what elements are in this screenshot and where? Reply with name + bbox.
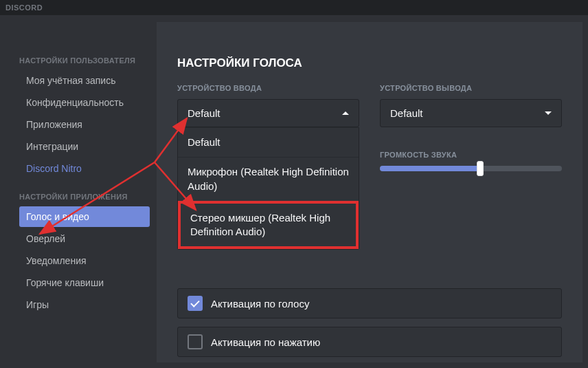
activation-push-label: Активация по нажатию: [211, 336, 320, 348]
checkbox-push[interactable]: [188, 334, 203, 349]
dropdown-option-default[interactable]: Default: [178, 127, 359, 157]
output-volume-slider[interactable]: [380, 166, 562, 171]
input-device-value: Default: [188, 107, 220, 119]
sidebar-item-voice-video[interactable]: Голос и видео: [19, 206, 150, 227]
caret-up-icon: [342, 111, 349, 115]
dropdown-option-microphone[interactable]: Микрофон (Realtek High Definition Audio): [178, 157, 359, 201]
input-device-select[interactable]: Default: [177, 99, 359, 127]
activation-voice-label: Активация по голосу: [211, 298, 309, 310]
sidebar-item-privacy[interactable]: Конфиденциальность: [19, 92, 150, 113]
sidebar-item-games[interactable]: Игры: [19, 294, 150, 315]
titlebar: DISCORD: [0, 0, 588, 15]
sidebar-item-account[interactable]: Моя учётная запись: [19, 70, 150, 91]
sidebar: НАСТРОЙКИ ПОЛЬЗОВАТЕЛЯ Моя учётная запис…: [5, 22, 157, 362]
activation-by-push[interactable]: Активация по нажатию: [177, 327, 562, 357]
output-volume-label: ГРОМКОСТЬ ЗВУКА: [380, 151, 562, 159]
sidebar-user-header: НАСТРОЙКИ ПОЛЬЗОВАТЕЛЯ: [19, 56, 150, 65]
caret-down-icon: [545, 111, 552, 115]
slider-thumb[interactable]: [477, 161, 484, 176]
output-device-select[interactable]: Default: [380, 99, 562, 127]
sidebar-item-notifications[interactable]: Уведомления: [19, 250, 150, 271]
activation-by-voice[interactable]: Активация по голосу: [177, 288, 562, 318]
main-panel: НАСТРОЙКИ ГОЛОСА УСТРОЙСТВО ВВОДА Defaul…: [157, 22, 583, 362]
input-device-dropdown: Default Микрофон (Realtek High Definitio…: [177, 127, 359, 250]
sidebar-app-header: НАСТРОЙКИ ПРИЛОЖЕНИЯ: [19, 193, 150, 201]
sidebar-item-nitro[interactable]: Discord Nitro: [19, 158, 150, 179]
checkmark-icon: [190, 298, 199, 307]
dropdown-option-stereo-mix[interactable]: Стерео микшер (Realtek High Definition A…: [178, 201, 359, 250]
sidebar-item-integrations[interactable]: Интеграции: [19, 136, 150, 157]
output-device-value: Default: [390, 107, 423, 119]
app-logo: DISCORD: [5, 3, 43, 12]
checkbox-voice[interactable]: [188, 296, 203, 311]
input-device-label: УСТРОЙСТВО ВВОДА: [177, 84, 359, 92]
sidebar-item-overlay[interactable]: Оверлей: [19, 228, 150, 249]
sidebar-item-apps[interactable]: Приложения: [19, 114, 150, 135]
output-device-label: УСТРОЙСТВО ВЫВОДА: [380, 84, 562, 92]
content-wrapper: НАСТРОЙКИ ПОЛЬЗОВАТЕЛЯ Моя учётная запис…: [0, 15, 588, 368]
sidebar-item-hotkeys[interactable]: Горячие клавиши: [19, 272, 150, 293]
page-title: НАСТРОЙКИ ГОЛОСА: [177, 56, 562, 70]
